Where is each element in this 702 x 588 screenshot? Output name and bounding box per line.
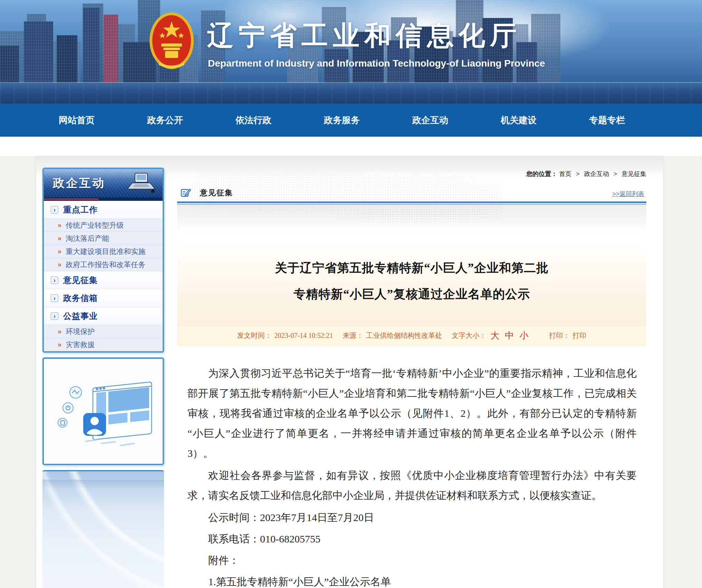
paragraph: 为深入贯彻习近平总书记关于“培育一批‘专精特新’中小企业”的重要指示精神，工业和… <box>187 363 637 463</box>
sidebar-item-major-projects[interactable]: » 重大建设项目批准和实施 <box>44 245 163 258</box>
breadcrumb-separator: > <box>613 170 617 177</box>
print-label: 打印： <box>549 331 570 340</box>
paragraph: 欢迎社会各界参与监督，如有异议，按照《优质中小企业梯度培育管理暂行办法》中有关要… <box>187 466 637 506</box>
fontsize-medium-button[interactable]: 中 <box>505 330 514 342</box>
source-label: 来源： <box>343 331 363 340</box>
nav-item-agency[interactable]: 机关建设 <box>501 114 537 126</box>
source-value: 工业供给侧结构性改革处 <box>366 331 442 340</box>
nav-item-law-admin[interactable]: 依法行政 <box>235 114 271 126</box>
article-title-line2: 专精特新“小巨人”复核通过企业名单的公示 <box>191 281 633 307</box>
sidebar-item-key-work[interactable]: › 重点工作 <box>44 201 163 219</box>
fontsize-small-button[interactable]: 小 <box>519 330 528 342</box>
main-content: 您的位置： 首页 > 政企互动 > 意见征集 意见征集 >>返回列表 <box>177 165 646 588</box>
site-title: 辽宁省工业和信息化厅 <box>207 18 521 54</box>
national-emblem <box>148 10 195 74</box>
back-to-list-link[interactable]: >>返回列表 <box>612 190 644 198</box>
nav-item-services[interactable]: 政务服务 <box>324 114 360 126</box>
article-title-line1: 关于辽宁省第五批专精特新“小巨人”企业和第二批 <box>191 255 633 281</box>
sidebar-item-gov-mailbox[interactable]: › 政务信箱 <box>44 289 163 307</box>
content-card: 政企互动 › 重点工作 » <box>36 156 663 588</box>
nav-item-home[interactable]: 网站首页 <box>59 114 95 126</box>
interaction-illustration <box>51 365 155 458</box>
nav-item-gov-enterprise[interactable]: 政企互动 <box>412 114 448 126</box>
chevron-right-icon: › <box>51 312 58 320</box>
chevron-right-icon: › <box>51 294 58 302</box>
laptop-icon <box>125 173 158 194</box>
breadcrumb-gov-enterprise[interactable]: 政企互动 <box>584 170 609 177</box>
site-banner: 辽宁省工业和信息化厅 Department of Industry and In… <box>0 0 702 104</box>
publish-time-value: 2023-07-14 10:52:21 <box>275 332 333 340</box>
double-arrow-icon: » <box>58 341 61 349</box>
separator-line <box>177 202 646 203</box>
main-navbar: 网站首页 政务公开 依法行政 政务服务 政企互动 机关建设 专题专栏 <box>0 104 702 137</box>
breadcrumb-separator: > <box>576 170 580 177</box>
public-notice-period: 公示时间：2023年7月14日至7月20日 <box>187 508 637 528</box>
attachments-label: 附件： <box>187 550 637 570</box>
sidebar-gradient-panel <box>42 470 164 588</box>
pen-note-icon <box>181 188 191 198</box>
breadcrumb-label: 您的位置： <box>526 170 557 177</box>
double-arrow-icon: » <box>58 327 61 335</box>
article-title-block: 关于辽宁省第五批专精特新“小巨人”企业和第二批 专精特新“小巨人”复核通过企业名… <box>177 239 646 325</box>
double-arrow-icon: » <box>58 261 61 268</box>
sidebar-item-industry-upgrade[interactable]: » 传统产业转型升级 <box>44 219 163 232</box>
sidebar-header: 政企互动 <box>44 169 163 197</box>
spacer <box>0 137 702 156</box>
section-title: 意见征集 <box>200 188 233 198</box>
sidebar-item-environment[interactable]: » 环境保护 <box>44 325 163 338</box>
sidebar-red-strip <box>44 197 163 201</box>
sidebar-menu-box: 政企互动 › 重点工作 » <box>42 168 164 353</box>
breadcrumb-home[interactable]: 首页 <box>559 170 571 177</box>
print-link[interactable]: 打印 <box>573 331 586 340</box>
nav-item-special[interactable]: 专题专栏 <box>589 114 625 126</box>
sidebar-item-phase-out-capacity[interactable]: » 淘汰落后产能 <box>44 232 163 245</box>
sidebar-item-public-welfare[interactable]: › 公益事业 <box>44 307 163 325</box>
fontsize-label: 文字大小： <box>452 331 486 340</box>
river-reflection <box>0 83 702 104</box>
sidebar-item-opinion-collection[interactable]: › 意见征集 <box>44 271 163 289</box>
article-meta-bar: 发文时间： 2023-07-14 10:52:21 来源： 工业供给侧结构性改革… <box>177 325 646 345</box>
page-body: 政企互动 › 重点工作 » <box>0 156 702 588</box>
double-arrow-icon: » <box>58 221 61 229</box>
article-body: 为深入贯彻习近平总书记关于“培育一批‘专精特新’中小企业”的重要指示精神，工业和… <box>177 363 646 588</box>
breadcrumb: 您的位置： 首页 > 政企互动 > 意见征集 <box>177 165 646 178</box>
chevron-right-icon: › <box>51 276 58 284</box>
sidebar-illustration-box <box>42 357 164 465</box>
publish-time-label: 发文时间： <box>237 331 272 340</box>
fade-band <box>177 205 646 234</box>
sidebar-item-disaster-relief[interactable]: » 灾害救援 <box>44 338 163 351</box>
section-header-row: 意见征集 >>返回列表 <box>177 188 646 202</box>
sidebar: 政企互动 › 重点工作 » <box>42 168 164 588</box>
sidebar-title: 政企互动 <box>53 175 105 191</box>
fontsize-large-button[interactable]: 大 <box>490 330 499 342</box>
breadcrumb-opinion[interactable]: 意见征集 <box>622 170 646 177</box>
nav-item-gov-info[interactable]: 政务公开 <box>147 114 183 126</box>
section-tab: 意见征集 <box>181 188 233 198</box>
sidebar-menu: › 重点工作 » 传统产业转型升级 » 淘汰落后产能 » 重大建设项目批准和实施 <box>44 201 163 351</box>
double-arrow-icon: » <box>58 234 61 242</box>
contact-phone: 联系电话：010-68205755 <box>187 529 637 549</box>
attachment-1: 1.第五批专精特新“小巨人”企业公示名单 <box>187 572 637 588</box>
site-subtitle: Department of Industry and Information T… <box>208 58 545 69</box>
chevron-right-icon: › <box>51 206 58 214</box>
sidebar-item-gov-report-tasks[interactable]: » 政府工作报告和改革任务 <box>44 258 163 271</box>
double-arrow-icon: » <box>58 247 61 255</box>
